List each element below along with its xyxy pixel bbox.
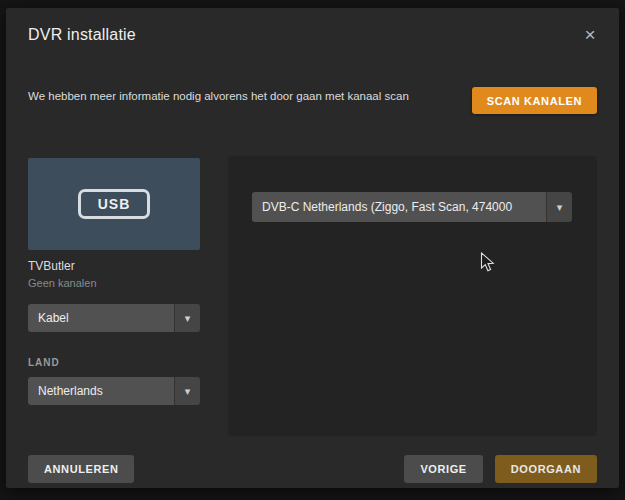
dialog-header: DVR installatie × [6,8,619,64]
scan-channels-button[interactable]: SCAN KANALEN [472,87,597,114]
country-value: Netherlands [28,384,174,398]
dvr-setup-dialog: DVR installatie × We hebben meer informa… [6,8,619,488]
close-button[interactable]: × [577,22,603,48]
screen: DVR installatie × We hebben meer informa… [0,0,625,500]
tuner-name: TVButler [28,259,75,273]
back-button[interactable]: VORIGE [404,455,482,483]
scan-preset-value: DVB-C Netherlands (Ziggo, Fast Scan, 474… [252,200,546,214]
intro-text: We hebben meer informatie nodig alvorens… [28,86,436,107]
close-icon: × [584,24,595,46]
page-title: DVR installatie [28,26,136,44]
chevron-down-icon: ▾ [174,304,200,332]
scan-settings-panel: DVB-C Netherlands (Ziggo, Fast Scan, 474… [228,156,597,436]
country-label: LAND [28,357,60,368]
chevron-down-icon: ▾ [546,192,572,222]
connection-type-value: Kabel [28,311,174,325]
continue-button[interactable]: DOORGAAN [495,455,597,483]
scan-preset-dropdown[interactable]: DVB-C Netherlands (Ziggo, Fast Scan, 474… [252,192,572,222]
footer-actions: VORIGE DOORGAAN [404,455,597,483]
connection-type-dropdown[interactable]: Kabel ▾ [28,304,200,332]
tuner-device-card: USB [28,158,200,250]
cancel-button[interactable]: ANNULEREN [28,455,134,483]
country-dropdown[interactable]: Netherlands ▾ [28,377,200,405]
usb-icon: USB [78,189,151,219]
tuner-status: Geen kanalen [28,277,97,289]
chevron-down-icon: ▾ [174,377,200,405]
